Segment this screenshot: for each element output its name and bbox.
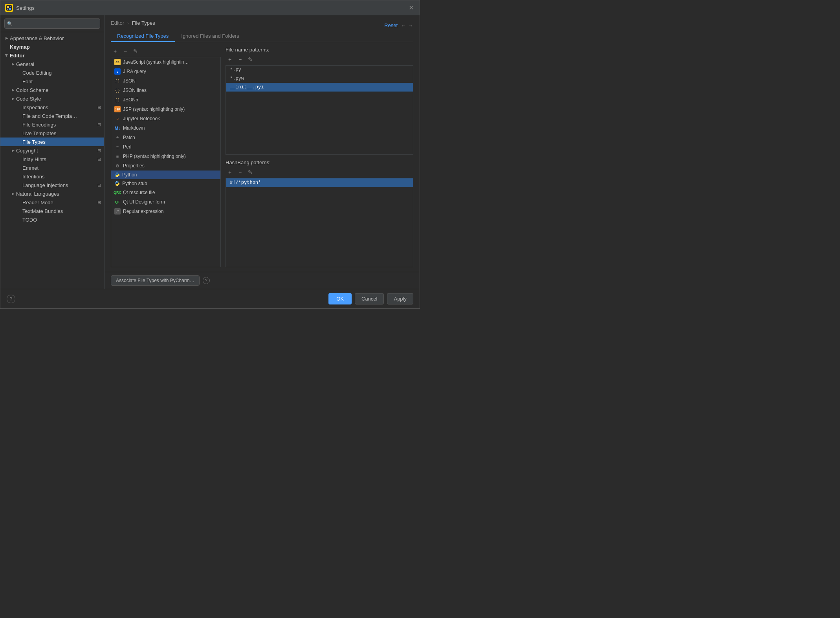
sidebar-item-label: Keymap xyxy=(10,44,101,50)
breadcrumb-current: File Types xyxy=(132,20,155,26)
copyright-badge: ⊟ xyxy=(97,148,101,153)
file-list-toolbar: + − ✎ xyxy=(111,47,221,55)
list-item[interactable]: Python stub xyxy=(111,179,220,188)
reset-button[interactable]: Reset xyxy=(384,22,398,28)
remove-file-type-button[interactable]: − xyxy=(121,47,130,55)
list-item[interactable]: .* Regular expression xyxy=(111,207,220,216)
footer-buttons: OK Cancel Apply xyxy=(328,293,413,304)
list-item[interactable]: QT Qt UI Designer form xyxy=(111,197,220,207)
sidebar-item-code-style[interactable]: ▶ Code Style xyxy=(0,94,104,103)
remove-pattern-button[interactable]: − xyxy=(236,55,244,64)
list-item[interactable]: J JIRA query xyxy=(111,67,220,76)
tab-recognized[interactable]: Recognized File Types xyxy=(111,31,175,42)
ok-button[interactable]: OK xyxy=(328,293,352,304)
markdown-icon: M↓ xyxy=(114,125,121,131)
close-icon[interactable]: ✕ xyxy=(409,5,415,11)
search-input[interactable] xyxy=(4,18,100,29)
svg-point-8 xyxy=(117,185,118,185)
sidebar-item-font[interactable]: Font xyxy=(0,77,104,86)
sidebar-item-natural-languages[interactable]: ▶ Natural Languages xyxy=(0,189,104,198)
footer-help-icon[interactable]: ? xyxy=(7,295,15,303)
list-item[interactable]: QRC Qt resource file xyxy=(111,188,220,197)
file-name-patterns-panel: File name patterns: + − ✎ *.py *.pyw __i… xyxy=(226,47,413,155)
cancel-button[interactable]: Cancel xyxy=(355,293,384,304)
sidebar-item-appearance[interactable]: ▶ Appearance & Behavior xyxy=(0,34,104,42)
list-item[interactable]: JS JavaScript (syntax highlightin… xyxy=(111,57,220,67)
list-item[interactable]: ≡ Perl xyxy=(111,142,220,152)
sidebar-item-label: File Encodings xyxy=(22,122,96,128)
sidebar-item-language-injections[interactable]: Language Injections ⊟ xyxy=(0,181,104,189)
sidebar-item-editor[interactable]: ▶ Editor xyxy=(0,51,104,60)
sidebar-item-textmate[interactable]: TextMate Bundles xyxy=(0,207,104,215)
expand-arrow-color: ▶ xyxy=(10,87,16,93)
associate-file-types-button[interactable]: Associate File Types with PyCharm… xyxy=(111,275,200,286)
list-item[interactable]: { } JSON xyxy=(111,76,220,86)
list-item[interactable]: ○ Jupyter Notebook xyxy=(111,114,220,123)
sidebar-item-code-editing[interactable]: Code Editing xyxy=(0,68,104,77)
apply-button[interactable]: Apply xyxy=(387,293,413,304)
sidebar-item-file-types[interactable]: File Types xyxy=(0,138,104,146)
list-item[interactable]: ≡ PHP (syntax highlighting only) xyxy=(111,152,220,161)
edit-file-type-button[interactable]: ✎ xyxy=(131,47,140,55)
tab-ignored[interactable]: Ignored Files and Folders xyxy=(175,31,245,42)
sidebar-item-reader-mode[interactable]: Reader Mode ⊟ xyxy=(0,198,104,207)
sidebar-item-color-scheme[interactable]: ▶ Color Scheme xyxy=(0,86,104,94)
main-panel: Editor › File Types Reset ← → Recognized… xyxy=(105,15,420,289)
add-file-type-button[interactable]: + xyxy=(111,47,119,55)
add-hashbang-button[interactable]: + xyxy=(226,168,234,176)
python-stub-icon xyxy=(114,181,120,186)
sidebar-item-label: Language Injections xyxy=(22,182,96,188)
remove-hashbang-button[interactable]: − xyxy=(236,168,244,176)
dialog-footer: ? OK Cancel Apply xyxy=(0,289,420,308)
tabs: Recognized File Types Ignored Files and … xyxy=(111,31,413,42)
sidebar-item-file-code-templates[interactable]: File and Code Templa… xyxy=(0,112,104,120)
sidebar-item-copyright[interactable]: ▶ Copyright ⊟ xyxy=(0,146,104,155)
sidebar-item-inlay-hints[interactable]: Inlay Hints ⊟ xyxy=(0,155,104,163)
list-item[interactable]: { } JSON5 xyxy=(111,95,220,105)
sidebar-item-label: Inspections xyxy=(22,105,96,110)
file-encodings-badge: ⊟ xyxy=(97,122,101,127)
sidebar-item-label: Emmet xyxy=(22,165,101,171)
edit-pattern-button[interactable]: ✎ xyxy=(246,55,255,64)
js-icon: JS xyxy=(114,59,121,65)
hashbang-pattern-list: #!/*python* xyxy=(226,178,413,268)
help-icon[interactable]: ? xyxy=(203,277,210,284)
hashbang-patterns-toolbar: + − ✎ xyxy=(226,168,413,176)
list-item[interactable]: ⚙ Properties xyxy=(111,161,220,171)
sidebar: 🔍 ▶ Appearance & Behavior Keymap ▶ Edito… xyxy=(0,15,105,289)
sidebar-item-keymap[interactable]: Keymap xyxy=(0,42,104,51)
sidebar-item-intentions[interactable]: Intentions xyxy=(0,172,104,181)
sidebar-item-live-templates[interactable]: Live Templates xyxy=(0,129,104,138)
file-list-panel: + − ✎ JS JavaScript (syntax highlightin…… xyxy=(111,47,221,267)
list-item[interactable]: { } JSON lines xyxy=(111,86,220,95)
sidebar-item-label: Copyright xyxy=(16,148,96,154)
file-type-list: JS JavaScript (syntax highlightin… J JIR… xyxy=(111,57,221,267)
sidebar-item-label: File and Code Templa… xyxy=(22,113,101,119)
breadcrumb: Editor › File Types xyxy=(111,20,155,26)
window-title: Settings xyxy=(16,5,35,11)
hashbang-item-python[interactable]: #!/*python* xyxy=(226,178,413,187)
edit-hashbang-button[interactable]: ✎ xyxy=(246,168,255,176)
back-button[interactable]: ← xyxy=(401,22,406,29)
pattern-item-py[interactable]: *.py xyxy=(226,66,413,74)
list-item[interactable]: ± Patch xyxy=(111,133,220,142)
qt-ui-icon: QT xyxy=(114,199,121,205)
svg-rect-4 xyxy=(10,6,11,7)
svg-rect-3 xyxy=(7,9,8,10)
list-item[interactable]: M↓ Markdown xyxy=(111,123,220,133)
pattern-item-init-pyi[interactable]: __init__.pyi xyxy=(226,83,413,92)
list-item[interactable]: JSP JSP (syntax highlighting only) xyxy=(111,105,220,114)
sidebar-item-file-encodings[interactable]: File Encodings ⊟ xyxy=(0,120,104,129)
add-pattern-button[interactable]: + xyxy=(226,55,234,64)
forward-button[interactable]: → xyxy=(408,22,413,29)
sidebar-tree: ▶ Appearance & Behavior Keymap ▶ Editor … xyxy=(0,32,104,289)
list-item-python[interactable]: Python xyxy=(111,171,220,179)
sidebar-item-todo[interactable]: TODO xyxy=(0,215,104,224)
expand-arrow-copyright: ▶ xyxy=(10,147,16,154)
sidebar-item-emmet[interactable]: Emmet xyxy=(0,163,104,172)
svg-point-7 xyxy=(116,182,117,182)
search-box: 🔍 xyxy=(0,15,104,32)
sidebar-item-inspections[interactable]: Inspections ⊟ xyxy=(0,103,104,112)
pattern-item-pyw[interactable]: *.pyw xyxy=(226,74,413,83)
sidebar-item-general[interactable]: ▶ General xyxy=(0,60,104,68)
